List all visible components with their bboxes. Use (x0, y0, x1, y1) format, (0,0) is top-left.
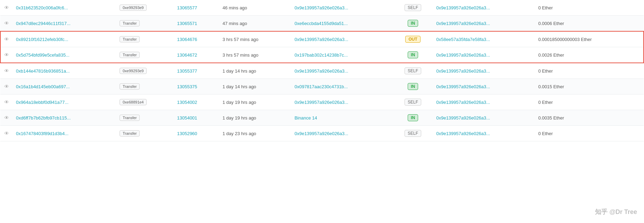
block-link[interactable]: 13054002 (177, 100, 197, 105)
eye-icon[interactable]: 👁 (4, 115, 9, 121)
from-address[interactable]: 0x9e139957a926e026a3... (294, 37, 348, 42)
age-text: 1 day 19 hrs ago (222, 115, 256, 121)
from-address[interactable]: 0x9e139957a926e026a3... (294, 100, 348, 105)
value-cell: 0 Ether (535, 126, 636, 141)
block-link[interactable]: 13055375 (177, 84, 197, 89)
direction-badge: OUT (405, 36, 420, 43)
tx-hash-link[interactable]: 0xb144e47816b936851a... (16, 68, 70, 74)
block-link[interactable]: 13065571 (177, 21, 197, 26)
tx-hash-link[interactable]: 0x89210f16212efeb30fc... (16, 37, 68, 42)
eye-icon[interactable]: 👁 (4, 36, 9, 42)
block-cell: 13064676 (173, 31, 219, 47)
tx-hash-link[interactable]: 0x167478403f89d1d3b4... (16, 131, 68, 136)
method-badge: Transfer (120, 83, 140, 90)
direction-cell: IN (393, 16, 433, 32)
from-cell: 0x097817aac230c4731b... (291, 79, 393, 94)
age-cell: 1 day 23 hrs ago (219, 126, 291, 141)
to-address[interactable]: 0x9e139957a926e026a3... (436, 84, 490, 89)
to-cell: 0x9e139957a926e026a3... (433, 94, 535, 110)
direction-cell: SELF (393, 126, 433, 141)
block-link[interactable]: 13052960 (177, 131, 197, 136)
method-cell: Transfer (116, 47, 174, 63)
value-text: 0.0015 Ether (538, 84, 564, 89)
tx-hash-link[interactable]: 0x964a18ebbf0d941a77... (16, 100, 68, 105)
value-text: 0.0006 Ether (538, 21, 564, 26)
eye-cell: 👁 (0, 31, 13, 47)
age-cell: 1 day 14 hrs ago (219, 63, 291, 79)
from-cell: 0x9e139957a926e026a3... (291, 94, 393, 110)
from-address[interactable]: 0xe6eccbda4155d9da51... (294, 21, 348, 26)
eye-icon[interactable]: 👁 (4, 5, 9, 10)
tx-hash-link[interactable]: 0xd6ff7b7b62bfb97cb115... (16, 115, 71, 121)
to-address[interactable]: 0x58ee57a35fda7e58fa3... (436, 37, 490, 42)
from-cell: 0x9e139957a926e026a3... (291, 126, 393, 141)
to-address[interactable]: 0x9e139957a926e026a3... (436, 68, 490, 74)
method-cell: Transfer (116, 79, 174, 94)
method-badge: Transfer (120, 115, 140, 121)
transactions-table: 👁 0x31b623520c006a0fc6... 0xe99293e9 130… (0, 0, 644, 141)
method-badge: Transfer (120, 52, 140, 58)
block-cell: 13065571 (173, 16, 219, 32)
block-link[interactable]: 13055377 (177, 68, 197, 74)
method-badge: 0xe99293e9 (120, 5, 147, 11)
from-cell: 0x9e139957a926e026a3... (291, 63, 393, 79)
eye-icon[interactable]: 👁 (4, 84, 9, 89)
table-row: 👁 0x5d754bfd99e5cefa835... Transfer 1306… (0, 47, 644, 63)
to-address[interactable]: 0x9e139957a926e026a3... (436, 52, 490, 58)
from-address[interactable]: 0x9e139957a926e026a3... (294, 131, 348, 136)
eye-icon[interactable]: 👁 (4, 68, 9, 74)
eye-icon[interactable]: 👁 (4, 20, 9, 26)
method-badge: 0xe68891e4 (120, 99, 147, 105)
method-badge: 0xe99293e9 (120, 68, 147, 74)
block-cell: 13055375 (173, 79, 219, 94)
extra-cell (636, 126, 644, 141)
from-cell: Binance 14 (291, 110, 393, 126)
block-link[interactable]: 13064676 (177, 37, 197, 42)
eye-icon[interactable]: 👁 (4, 52, 9, 58)
block-cell: 13065577 (173, 0, 219, 16)
from-address[interactable]: 0x097817aac230c4731b... (294, 84, 348, 89)
block-cell: 13052960 (173, 126, 219, 141)
value-cell: 0.0035 Ether (535, 110, 636, 126)
value-cell: 0.0026 Ether (535, 47, 636, 63)
age-text: 3 hrs 57 mins ago (222, 37, 258, 42)
eye-icon[interactable]: 👁 (4, 99, 9, 105)
value-text: 0 Ether (538, 131, 553, 136)
from-address[interactable]: 0x9e139957a926e026a3... (294, 5, 348, 10)
from-address[interactable]: 0x197bab302c14238b7c... (294, 52, 348, 58)
table-row: 👁 0x964a18ebbf0d941a77... 0xe68891e4 130… (0, 94, 644, 110)
block-link[interactable]: 13064672 (177, 52, 197, 58)
to-address[interactable]: 0x9e139957a926e026a3... (436, 115, 490, 121)
age-cell: 47 mins ago (219, 16, 291, 32)
to-address[interactable]: 0x9e139957a926e026a3... (436, 100, 490, 105)
to-address[interactable]: 0x9e139957a926e026a3... (436, 21, 490, 26)
tx-hash-link[interactable]: 0x16a1b4d145eb00a697... (16, 84, 70, 89)
from-address[interactable]: 0x9e139957a926e026a3... (294, 68, 348, 74)
method-cell: Transfer (116, 16, 174, 32)
tx-hash-cell: 0x89210f16212efeb30fc... (13, 31, 116, 47)
eye-cell: 👁 (0, 79, 13, 94)
to-address[interactable]: 0x9e139957a926e026a3... (436, 5, 490, 10)
direction-cell: SELF (393, 0, 433, 16)
tx-hash-link[interactable]: 0x5d754bfd99e5cefa835... (16, 52, 70, 58)
eye-icon[interactable]: 👁 (4, 131, 9, 136)
tx-hash-link[interactable]: 0x947d8ec29446c11f317... (16, 21, 71, 26)
direction-badge: IN (408, 83, 418, 90)
table-row: 👁 0x31b623520c006a0fc6... 0xe99293e9 130… (0, 0, 644, 16)
tx-hash-cell: 0x947d8ec29446c11f317... (13, 16, 116, 32)
direction-cell: IN (393, 47, 433, 63)
block-link[interactable]: 13065577 (177, 5, 197, 10)
from-address[interactable]: Binance 14 (294, 115, 317, 121)
block-cell: 13054001 (173, 110, 219, 126)
age-text: 3 hrs 57 mins ago (222, 52, 258, 58)
block-link[interactable]: 13054001 (177, 115, 197, 121)
to-cell: 0x9e139957a926e026a3... (433, 110, 535, 126)
to-address[interactable]: 0x9e139957a926e026a3... (436, 131, 490, 136)
from-cell: 0xe6eccbda4155d9da51... (291, 16, 393, 32)
extra-cell (636, 47, 644, 63)
direction-badge: SELF (405, 99, 421, 106)
to-cell: 0x9e139957a926e026a3... (433, 63, 535, 79)
to-cell: 0x9e139957a926e026a3... (433, 16, 535, 32)
tx-hash-link[interactable]: 0x31b623520c006a0fc6... (16, 5, 68, 10)
age-cell: 3 hrs 57 mins ago (219, 31, 291, 47)
